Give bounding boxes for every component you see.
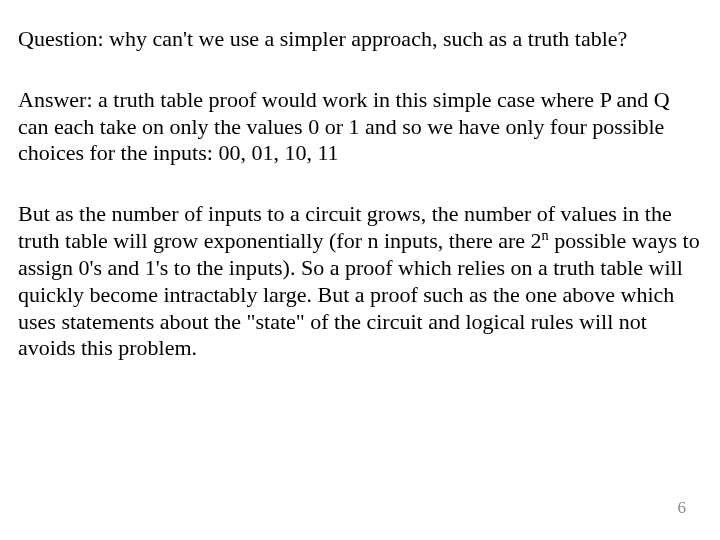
answer-paragraph: Answer: a truth table proof would work i… [18, 87, 700, 167]
page-number: 6 [678, 498, 687, 518]
explanation-paragraph: But as the number of inputs to a circuit… [18, 201, 700, 362]
exponent: n [542, 227, 549, 243]
question-paragraph: Question: why can't we use a simpler app… [18, 26, 700, 53]
slide: Question: why can't we use a simpler app… [0, 0, 720, 540]
